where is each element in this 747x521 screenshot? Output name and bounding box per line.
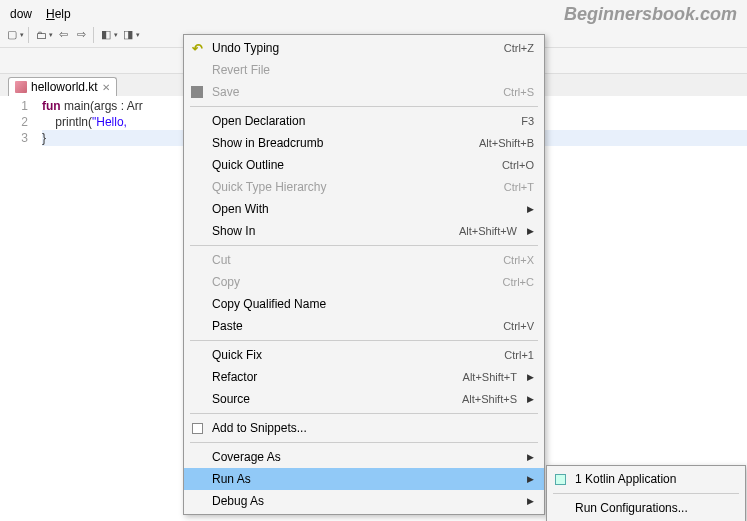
chevron-right-icon: ▶ xyxy=(527,226,534,236)
menu-label: Refactor xyxy=(212,370,453,384)
menu-label: Debug As xyxy=(212,494,517,508)
menu-label: Undo Typing xyxy=(212,41,494,55)
back-icon[interactable]: ⇦ xyxy=(55,27,71,43)
menu-label: Cut xyxy=(212,253,493,267)
menu-label: Open With xyxy=(212,202,517,216)
menu-item-run-as[interactable]: Run As▶ xyxy=(184,468,544,490)
separator xyxy=(28,27,29,43)
menu-item-quick-outline[interactable]: Quick OutlineCtrl+O xyxy=(184,154,544,176)
menu-separator xyxy=(190,106,538,107)
menu-label: Show in Breadcrumb xyxy=(212,136,469,150)
chevron-down-icon[interactable]: ▾ xyxy=(114,31,118,39)
menu-item-paste[interactable]: PasteCtrl+V xyxy=(184,315,544,337)
menu-item-open-with[interactable]: Open With▶ xyxy=(184,198,544,220)
submenu-item-1-kotlin-application[interactable]: 1 Kotlin Application xyxy=(547,468,745,490)
menu-item-cut: CutCtrl+X xyxy=(184,249,544,271)
tool-icon[interactable]: ◧ xyxy=(98,27,114,43)
menu-item-copy-qualified-name[interactable]: Copy Qualified Name xyxy=(184,293,544,315)
menu-shortcut: F3 xyxy=(521,115,534,127)
submenu-item-run-configurations[interactable]: Run Configurations... xyxy=(547,497,745,519)
menu-label: Coverage As xyxy=(212,450,517,464)
line-gutter: 1 2 3 xyxy=(0,96,38,521)
watermark: Beginnersbook.com xyxy=(564,4,737,25)
menu-item-copy: CopyCtrl+C xyxy=(184,271,544,293)
kapp-icon xyxy=(552,471,568,487)
menu-shortcut: Ctrl+S xyxy=(503,86,534,98)
menu-shortcut: Ctrl+V xyxy=(503,320,534,332)
chevron-right-icon: ▶ xyxy=(527,204,534,214)
menu-shortcut: Ctrl+1 xyxy=(504,349,534,361)
menu-separator xyxy=(553,493,739,494)
menu-label: Quick Fix xyxy=(212,348,494,362)
menu-label: Copy xyxy=(212,275,493,289)
nav-icon[interactable]: 🗀 xyxy=(33,27,49,43)
menu-label: 1 Kotlin Application xyxy=(575,472,735,486)
menu-separator xyxy=(190,413,538,414)
menu-shortcut: Alt+Shift+S xyxy=(462,393,517,405)
menu-item-show-in-breadcrumb[interactable]: Show in BreadcrumbAlt+Shift+B xyxy=(184,132,544,154)
menu-help[interactable]: Help xyxy=(40,5,77,23)
context-menu: ↶Undo TypingCtrl+ZRevert FileSaveCtrl+SO… xyxy=(183,34,545,515)
menu-item-coverage-as[interactable]: Coverage As▶ xyxy=(184,446,544,468)
tab-label: helloworld.kt xyxy=(31,80,98,94)
menu-label: Quick Type Hierarchy xyxy=(212,180,494,194)
chevron-right-icon: ▶ xyxy=(527,496,534,506)
menu-shortcut: Ctrl+T xyxy=(504,181,534,193)
tool-icon[interactable]: ◨ xyxy=(120,27,136,43)
menu-label: Run Configurations... xyxy=(575,501,735,515)
menu-label: Add to Snippets... xyxy=(212,421,534,435)
menu-item-show-in[interactable]: Show InAlt+Shift+W▶ xyxy=(184,220,544,242)
close-icon[interactable]: ✕ xyxy=(102,82,110,93)
menu-shortcut: Ctrl+C xyxy=(503,276,534,288)
run-as-submenu: 1 Kotlin ApplicationRun Configurations..… xyxy=(546,465,746,521)
menu-item-source[interactable]: SourceAlt+Shift+S▶ xyxy=(184,388,544,410)
editor-tab[interactable]: helloworld.kt ✕ xyxy=(8,77,117,96)
menu-item-quick-fix[interactable]: Quick FixCtrl+1 xyxy=(184,344,544,366)
chevron-down-icon[interactable]: ▾ xyxy=(136,31,140,39)
chevron-right-icon: ▶ xyxy=(527,394,534,404)
menu-shortcut: Alt+Shift+W xyxy=(459,225,517,237)
new-icon[interactable]: ▢ xyxy=(4,27,20,43)
menu-label: Save xyxy=(212,85,493,99)
menu-item-save: SaveCtrl+S xyxy=(184,81,544,103)
menu-item-debug-as[interactable]: Debug As▶ xyxy=(184,490,544,512)
menu-shortcut: Alt+Shift+B xyxy=(479,137,534,149)
menu-label: Paste xyxy=(212,319,493,333)
menu-label: Show In xyxy=(212,224,449,238)
menu-separator xyxy=(190,340,538,341)
separator xyxy=(93,27,94,43)
undo-icon: ↶ xyxy=(189,40,205,56)
save-icon xyxy=(189,84,205,100)
menu-label: Run As xyxy=(212,472,517,486)
chevron-right-icon: ▶ xyxy=(527,474,534,484)
forward-icon[interactable]: ⇨ xyxy=(73,27,89,43)
menu-shortcut: Alt+Shift+T xyxy=(463,371,517,383)
menu-item-open-declaration[interactable]: Open DeclarationF3 xyxy=(184,110,544,132)
chevron-down-icon[interactable]: ▾ xyxy=(20,31,24,39)
menu-shortcut: Ctrl+X xyxy=(503,254,534,266)
menu-window[interactable]: dow xyxy=(4,5,38,23)
menu-shortcut: Ctrl+Z xyxy=(504,42,534,54)
menu-label: Source xyxy=(212,392,452,406)
menu-shortcut: Ctrl+O xyxy=(502,159,534,171)
chevron-down-icon[interactable]: ▾ xyxy=(49,31,53,39)
menu-item-refactor[interactable]: RefactorAlt+Shift+T▶ xyxy=(184,366,544,388)
kotlin-file-icon xyxy=(15,81,27,93)
menu-label: Quick Outline xyxy=(212,158,492,172)
menu-separator xyxy=(190,442,538,443)
menu-label: Copy Qualified Name xyxy=(212,297,534,311)
menu-label: Open Declaration xyxy=(212,114,511,128)
snippet-icon xyxy=(189,420,205,436)
menu-item-quick-type-hierarchy: Quick Type HierarchyCtrl+T xyxy=(184,176,544,198)
menu-separator xyxy=(190,245,538,246)
menu-item-revert-file: Revert File xyxy=(184,59,544,81)
chevron-right-icon: ▶ xyxy=(527,452,534,462)
menu-label: Revert File xyxy=(212,63,534,77)
menu-item-undo-typing[interactable]: ↶Undo TypingCtrl+Z xyxy=(184,37,544,59)
chevron-right-icon: ▶ xyxy=(527,372,534,382)
menu-item-add-to-snippets[interactable]: Add to Snippets... xyxy=(184,417,544,439)
